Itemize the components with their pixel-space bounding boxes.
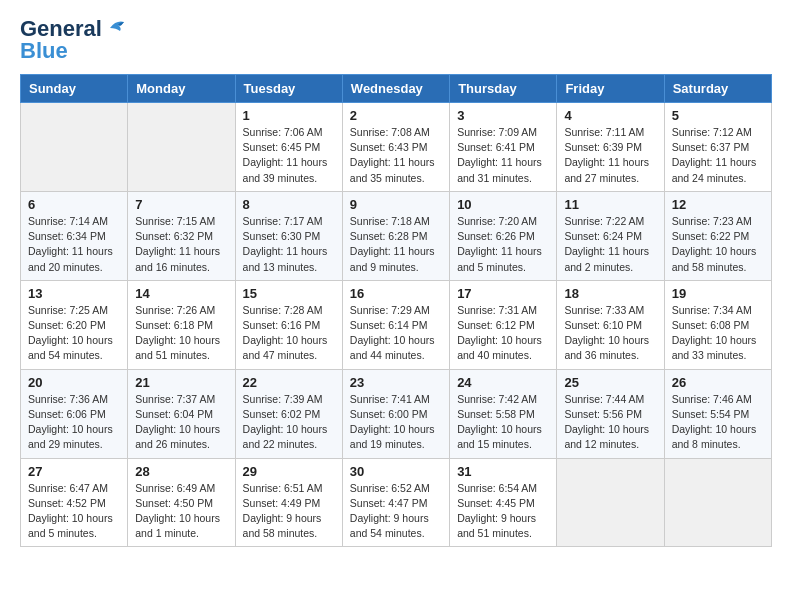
- day-info: Sunrise: 7:06 AM Sunset: 6:45 PM Dayligh…: [243, 125, 335, 186]
- calendar-week-row: 20Sunrise: 7:36 AM Sunset: 6:06 PM Dayli…: [21, 369, 772, 458]
- calendar-cell: 18Sunrise: 7:33 AM Sunset: 6:10 PM Dayli…: [557, 280, 664, 369]
- day-info: Sunrise: 7:20 AM Sunset: 6:26 PM Dayligh…: [457, 214, 549, 275]
- calendar-week-row: 27Sunrise: 6:47 AM Sunset: 4:52 PM Dayli…: [21, 458, 772, 547]
- calendar-cell: 21Sunrise: 7:37 AM Sunset: 6:04 PM Dayli…: [128, 369, 235, 458]
- day-number: 27: [28, 464, 120, 479]
- day-info: Sunrise: 7:15 AM Sunset: 6:32 PM Dayligh…: [135, 214, 227, 275]
- day-info: Sunrise: 7:14 AM Sunset: 6:34 PM Dayligh…: [28, 214, 120, 275]
- day-info: Sunrise: 7:09 AM Sunset: 6:41 PM Dayligh…: [457, 125, 549, 186]
- calendar-cell: 15Sunrise: 7:28 AM Sunset: 6:16 PM Dayli…: [235, 280, 342, 369]
- day-info: Sunrise: 7:44 AM Sunset: 5:56 PM Dayligh…: [564, 392, 656, 453]
- day-info: Sunrise: 7:31 AM Sunset: 6:12 PM Dayligh…: [457, 303, 549, 364]
- day-info: Sunrise: 7:36 AM Sunset: 6:06 PM Dayligh…: [28, 392, 120, 453]
- day-number: 20: [28, 375, 120, 390]
- calendar-week-row: 6Sunrise: 7:14 AM Sunset: 6:34 PM Daylig…: [21, 191, 772, 280]
- day-number: 24: [457, 375, 549, 390]
- day-info: Sunrise: 7:08 AM Sunset: 6:43 PM Dayligh…: [350, 125, 442, 186]
- day-number: 12: [672, 197, 764, 212]
- day-info: Sunrise: 6:51 AM Sunset: 4:49 PM Dayligh…: [243, 481, 335, 542]
- day-number: 6: [28, 197, 120, 212]
- day-info: Sunrise: 7:23 AM Sunset: 6:22 PM Dayligh…: [672, 214, 764, 275]
- calendar-cell: 10Sunrise: 7:20 AM Sunset: 6:26 PM Dayli…: [450, 191, 557, 280]
- calendar-cell: 29Sunrise: 6:51 AM Sunset: 4:49 PM Dayli…: [235, 458, 342, 547]
- day-info: Sunrise: 7:25 AM Sunset: 6:20 PM Dayligh…: [28, 303, 120, 364]
- day-number: 4: [564, 108, 656, 123]
- calendar-cell: 30Sunrise: 6:52 AM Sunset: 4:47 PM Dayli…: [342, 458, 449, 547]
- calendar-cell: 2Sunrise: 7:08 AM Sunset: 6:43 PM Daylig…: [342, 103, 449, 192]
- calendar-cell: 5Sunrise: 7:12 AM Sunset: 6:37 PM Daylig…: [664, 103, 771, 192]
- logo: General Blue: [20, 16, 128, 64]
- day-number: 9: [350, 197, 442, 212]
- calendar-cell: 23Sunrise: 7:41 AM Sunset: 6:00 PM Dayli…: [342, 369, 449, 458]
- day-number: 11: [564, 197, 656, 212]
- logo-blue: Blue: [20, 38, 68, 64]
- day-info: Sunrise: 7:39 AM Sunset: 6:02 PM Dayligh…: [243, 392, 335, 453]
- day-info: Sunrise: 7:29 AM Sunset: 6:14 PM Dayligh…: [350, 303, 442, 364]
- col-thursday: Thursday: [450, 75, 557, 103]
- calendar-week-row: 1Sunrise: 7:06 AM Sunset: 6:45 PM Daylig…: [21, 103, 772, 192]
- page: General Blue Sunday Monday Tuesday Wedne…: [0, 0, 792, 563]
- day-number: 10: [457, 197, 549, 212]
- day-number: 2: [350, 108, 442, 123]
- col-friday: Friday: [557, 75, 664, 103]
- calendar-week-row: 13Sunrise: 7:25 AM Sunset: 6:20 PM Dayli…: [21, 280, 772, 369]
- day-info: Sunrise: 7:17 AM Sunset: 6:30 PM Dayligh…: [243, 214, 335, 275]
- calendar-cell: 27Sunrise: 6:47 AM Sunset: 4:52 PM Dayli…: [21, 458, 128, 547]
- calendar-cell: 3Sunrise: 7:09 AM Sunset: 6:41 PM Daylig…: [450, 103, 557, 192]
- col-saturday: Saturday: [664, 75, 771, 103]
- day-info: Sunrise: 6:49 AM Sunset: 4:50 PM Dayligh…: [135, 481, 227, 542]
- day-number: 16: [350, 286, 442, 301]
- calendar-cell: [128, 103, 235, 192]
- day-number: 18: [564, 286, 656, 301]
- day-info: Sunrise: 6:54 AM Sunset: 4:45 PM Dayligh…: [457, 481, 549, 542]
- day-number: 13: [28, 286, 120, 301]
- day-info: Sunrise: 7:28 AM Sunset: 6:16 PM Dayligh…: [243, 303, 335, 364]
- day-info: Sunrise: 7:42 AM Sunset: 5:58 PM Dayligh…: [457, 392, 549, 453]
- calendar-header-row: Sunday Monday Tuesday Wednesday Thursday…: [21, 75, 772, 103]
- calendar-cell: 14Sunrise: 7:26 AM Sunset: 6:18 PM Dayli…: [128, 280, 235, 369]
- day-info: Sunrise: 6:52 AM Sunset: 4:47 PM Dayligh…: [350, 481, 442, 542]
- day-info: Sunrise: 7:11 AM Sunset: 6:39 PM Dayligh…: [564, 125, 656, 186]
- day-number: 22: [243, 375, 335, 390]
- day-info: Sunrise: 7:46 AM Sunset: 5:54 PM Dayligh…: [672, 392, 764, 453]
- col-wednesday: Wednesday: [342, 75, 449, 103]
- calendar-cell: 24Sunrise: 7:42 AM Sunset: 5:58 PM Dayli…: [450, 369, 557, 458]
- day-number: 28: [135, 464, 227, 479]
- col-tuesday: Tuesday: [235, 75, 342, 103]
- calendar-cell: 11Sunrise: 7:22 AM Sunset: 6:24 PM Dayli…: [557, 191, 664, 280]
- day-number: 19: [672, 286, 764, 301]
- day-info: Sunrise: 7:22 AM Sunset: 6:24 PM Dayligh…: [564, 214, 656, 275]
- day-number: 26: [672, 375, 764, 390]
- day-number: 30: [350, 464, 442, 479]
- calendar-cell: 31Sunrise: 6:54 AM Sunset: 4:45 PM Dayli…: [450, 458, 557, 547]
- calendar-cell: 1Sunrise: 7:06 AM Sunset: 6:45 PM Daylig…: [235, 103, 342, 192]
- day-number: 15: [243, 286, 335, 301]
- calendar-cell: 8Sunrise: 7:17 AM Sunset: 6:30 PM Daylig…: [235, 191, 342, 280]
- day-info: Sunrise: 7:34 AM Sunset: 6:08 PM Dayligh…: [672, 303, 764, 364]
- calendar-cell: 17Sunrise: 7:31 AM Sunset: 6:12 PM Dayli…: [450, 280, 557, 369]
- day-number: 25: [564, 375, 656, 390]
- day-info: Sunrise: 7:37 AM Sunset: 6:04 PM Dayligh…: [135, 392, 227, 453]
- calendar-cell: 16Sunrise: 7:29 AM Sunset: 6:14 PM Dayli…: [342, 280, 449, 369]
- calendar-cell: 20Sunrise: 7:36 AM Sunset: 6:06 PM Dayli…: [21, 369, 128, 458]
- day-info: Sunrise: 7:33 AM Sunset: 6:10 PM Dayligh…: [564, 303, 656, 364]
- calendar-cell: 25Sunrise: 7:44 AM Sunset: 5:56 PM Dayli…: [557, 369, 664, 458]
- day-number: 1: [243, 108, 335, 123]
- col-sunday: Sunday: [21, 75, 128, 103]
- day-number: 5: [672, 108, 764, 123]
- calendar-cell: 12Sunrise: 7:23 AM Sunset: 6:22 PM Dayli…: [664, 191, 771, 280]
- calendar-cell: [21, 103, 128, 192]
- day-info: Sunrise: 7:26 AM Sunset: 6:18 PM Dayligh…: [135, 303, 227, 364]
- day-number: 14: [135, 286, 227, 301]
- day-number: 3: [457, 108, 549, 123]
- day-info: Sunrise: 6:47 AM Sunset: 4:52 PM Dayligh…: [28, 481, 120, 542]
- day-info: Sunrise: 7:41 AM Sunset: 6:00 PM Dayligh…: [350, 392, 442, 453]
- calendar-cell: 6Sunrise: 7:14 AM Sunset: 6:34 PM Daylig…: [21, 191, 128, 280]
- calendar-table: Sunday Monday Tuesday Wednesday Thursday…: [20, 74, 772, 547]
- day-number: 17: [457, 286, 549, 301]
- day-number: 21: [135, 375, 227, 390]
- day-number: 7: [135, 197, 227, 212]
- col-monday: Monday: [128, 75, 235, 103]
- calendar-cell: [664, 458, 771, 547]
- calendar-cell: 7Sunrise: 7:15 AM Sunset: 6:32 PM Daylig…: [128, 191, 235, 280]
